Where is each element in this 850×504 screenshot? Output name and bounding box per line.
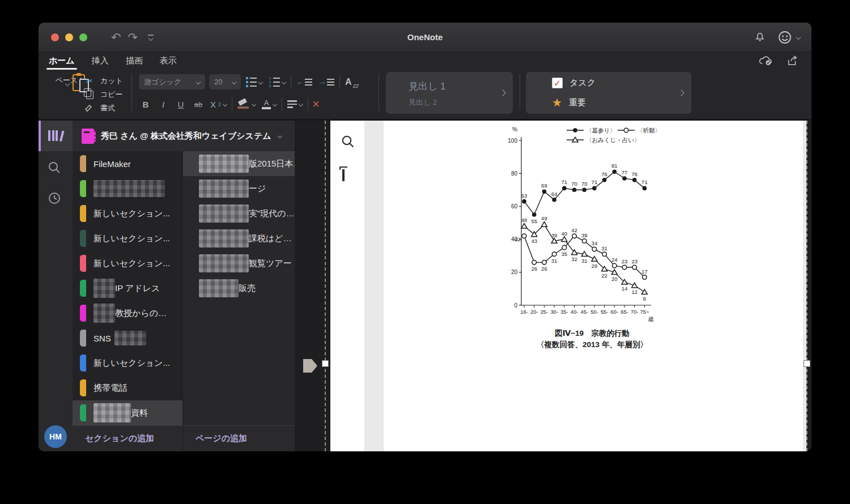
- section-item[interactable]: SNS: [73, 326, 182, 351]
- svg-text:31: 31: [581, 258, 588, 264]
- drag-tag-handle[interactable]: [303, 359, 317, 373]
- tag-task[interactable]: ✓ タスク: [552, 78, 596, 88]
- section-item[interactable]: FileMaker: [73, 151, 182, 176]
- svg-text:69: 69: [541, 182, 547, 189]
- cut-button[interactable]: ✂ カット: [84, 74, 123, 88]
- ribbon-tab-4[interactable]: 表示: [160, 55, 177, 65]
- tag-important[interactable]: ★ 重要: [552, 97, 586, 108]
- font-size-select[interactable]: 20: [209, 74, 241, 89]
- add-section-button[interactable]: セクションの追加: [73, 425, 182, 451]
- page-item[interactable]: 課税はど…: [183, 226, 295, 251]
- section-color-tab-icon: [80, 379, 86, 396]
- styles-gallery[interactable]: 見出し 1 見出し 2: [386, 72, 513, 114]
- note-page[interactable]: 020406080100%16-20-25-30-35-40-45-50-55-…: [384, 121, 803, 451]
- styles-chevron-right-icon[interactable]: [499, 89, 505, 96]
- format-label: 書式: [100, 103, 115, 113]
- svg-text:17: 17: [641, 268, 648, 275]
- subscript-button[interactable]: X2: [209, 99, 228, 110]
- ribbon-tabs: ホーム挿入描画表示: [49, 55, 194, 66]
- section-label: 携帯電話: [94, 383, 128, 394]
- svg-text:%: %: [512, 126, 517, 133]
- section-item[interactable]: 携帯電話: [73, 375, 182, 400]
- svg-text:34: 34: [592, 240, 598, 246]
- selection-handle-right[interactable]: [804, 360, 810, 367]
- search-icon[interactable]: [47, 160, 62, 175]
- bullet-list-button[interactable]: [245, 76, 264, 88]
- page-item[interactable]: 実"現代の…: [183, 201, 295, 226]
- notebooks-button[interactable]: [39, 121, 73, 151]
- section-item[interactable]: 資料: [73, 400, 182, 425]
- add-page-button[interactable]: ページの追加: [183, 425, 295, 451]
- font-color-button[interactable]: A: [261, 99, 278, 110]
- paragraph-alignment-button[interactable]: [286, 99, 304, 109]
- svg-text:26: 26: [531, 266, 537, 272]
- copy-icon: [84, 91, 95, 99]
- numbered-list-button[interactable]: 1 2 3: [267, 76, 287, 88]
- section-item[interactable]: 新しいセクション...: [73, 201, 182, 226]
- section-label: 新しいセクション...: [94, 258, 170, 269]
- indent-button[interactable]: →: [317, 77, 335, 87]
- page-zoom-search-icon[interactable]: [341, 134, 355, 149]
- share-icon[interactable]: [787, 55, 799, 66]
- page-versions-copies-icon[interactable]: [342, 170, 345, 181]
- svg-text:〈祈願〉: 〈祈願〉: [637, 127, 661, 134]
- tags-chevron-right-icon[interactable]: [678, 89, 684, 96]
- redaction-block: [94, 180, 165, 197]
- notebook-switcher[interactable]: 秀巳 さん @ 株式会社秀和ウェイブシステム: [73, 121, 295, 151]
- svg-text:歳: 歳: [648, 316, 653, 322]
- svg-text:45-: 45-: [580, 309, 588, 315]
- clear-formatting-button[interactable]: A: [344, 76, 353, 88]
- page-list: 版2015日本…ージ実"現代の…課税はど…観覧ツアー販売 ページの追加: [182, 151, 295, 451]
- svg-text:70: 70: [571, 181, 577, 187]
- user-avatar[interactable]: HM: [44, 425, 67, 448]
- embedded-chart-image[interactable]: 020406080100%16-20-25-30-35-40-45-50-55-…: [507, 123, 677, 350]
- section-item[interactable]: 教授からの…: [73, 301, 182, 326]
- svg-text:35-: 35-: [560, 309, 568, 315]
- italic-button[interactable]: I: [156, 100, 170, 109]
- recent-notes-clock-icon[interactable]: [47, 191, 62, 206]
- svg-text:40: 40: [562, 230, 568, 237]
- font-color-icon: A: [262, 100, 271, 109]
- selection-handle-left[interactable]: [322, 360, 329, 367]
- underline-button[interactable]: U: [174, 100, 188, 109]
- svg-text:70: 70: [581, 181, 588, 187]
- section-item[interactable]: IP アドレス: [73, 276, 182, 301]
- section-item[interactable]: [73, 176, 182, 201]
- section-color-tab-icon: [80, 354, 86, 371]
- font-name-select[interactable]: 游ゴシック: [139, 74, 205, 89]
- tag-important-label: 重要: [569, 97, 586, 108]
- copy-button[interactable]: コピー: [84, 88, 123, 101]
- svg-text:81: 81: [611, 163, 618, 169]
- ribbon-tab-3[interactable]: 描画: [126, 55, 143, 65]
- format-brush-icon: [84, 104, 95, 113]
- heading1-style[interactable]: 見出し 1: [409, 80, 446, 93]
- page-margin: [364, 121, 384, 451]
- outdent-button[interactable]: ←: [295, 77, 313, 87]
- svg-text:65-: 65-: [620, 309, 628, 315]
- highlighter-button[interactable]: [236, 99, 257, 110]
- sync-cloud-check-icon[interactable]: [758, 55, 773, 66]
- strikethrough-button[interactable]: ab: [192, 100, 205, 109]
- heading2-style[interactable]: 見出し 2: [409, 97, 437, 108]
- format-painter-button[interactable]: 書式: [84, 101, 123, 115]
- svg-text:20: 20: [611, 276, 618, 282]
- scissors-icon: ✂: [84, 76, 95, 86]
- svg-text:42: 42: [515, 236, 521, 242]
- ribbon-tab-2[interactable]: 挿入: [92, 55, 109, 65]
- page-item[interactable]: 観覧ツアー: [183, 251, 295, 276]
- page-item[interactable]: 販売: [183, 276, 295, 301]
- svg-text:23: 23: [622, 258, 628, 264]
- page-item[interactable]: 版2015日本…: [183, 151, 295, 176]
- align-left-icon: [287, 100, 297, 108]
- delete-button[interactable]: ×: [312, 98, 320, 110]
- page-item[interactable]: ージ: [183, 176, 295, 201]
- section-item[interactable]: 新しいセクション...: [73, 351, 182, 375]
- svg-text:40-: 40-: [571, 309, 578, 315]
- section-item[interactable]: 新しいセクション...: [73, 226, 182, 251]
- tags-gallery[interactable]: ✓ タスク ★ 重要: [526, 72, 691, 114]
- navigation-rail: HM: [39, 121, 73, 451]
- bold-button[interactable]: B: [139, 100, 152, 109]
- ribbon-tab-1[interactable]: ホーム: [49, 55, 75, 65]
- section-item[interactable]: 新しいセクション...: [73, 251, 182, 276]
- svg-text:35: 35: [562, 251, 568, 257]
